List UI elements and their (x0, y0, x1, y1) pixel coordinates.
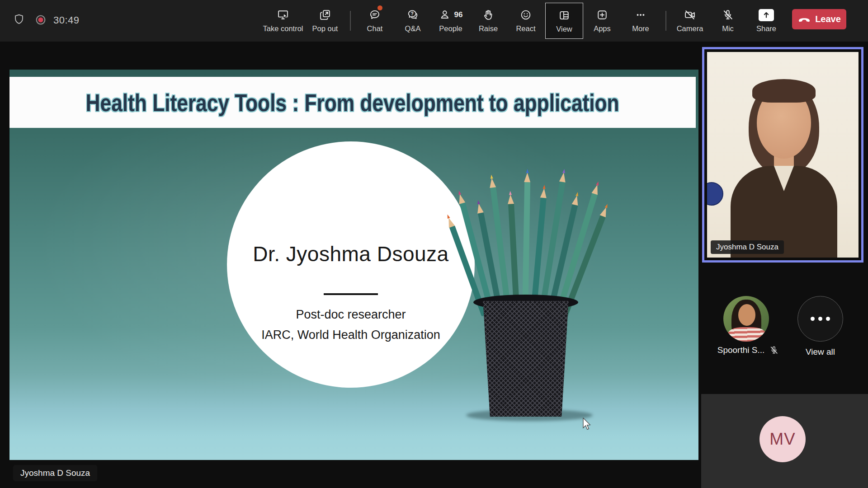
meeting-toolbar: 30:49 Take control Pop out (0, 0, 868, 42)
more-button[interactable]: More (619, 3, 662, 39)
speaker-affiliation: IARC, World Health Organization (227, 328, 475, 342)
video-feed: Jyoshma D Souza (707, 52, 859, 258)
security-shield-icon (13, 13, 25, 28)
apps-button[interactable]: Apps (580, 3, 624, 39)
mic-button[interactable]: Mic (706, 3, 750, 39)
speaker-name: Dr. Jyoshma Dsouza (227, 242, 475, 266)
people-icon (439, 9, 452, 21)
share-button[interactable]: Share (745, 3, 788, 39)
presentation-slide: Health Literacy Tools : From development… (9, 70, 698, 460)
hangup-phone-icon (797, 13, 811, 26)
view-all-button[interactable] (797, 296, 843, 342)
raise-hand-icon (482, 7, 495, 23)
background-decor-circle (707, 182, 723, 206)
take-control-icon (277, 7, 289, 23)
take-control-button[interactable]: Take control (256, 3, 310, 39)
initials-avatar: MV (760, 416, 806, 462)
pop-out-button[interactable]: Pop out (303, 3, 347, 39)
slide-title: Health Literacy Tools : From development… (86, 89, 619, 117)
slide-title-banner: Health Literacy Tools : From development… (9, 77, 696, 128)
speaker-role: Post-doc researcher (227, 308, 475, 322)
raise-hand-button[interactable]: Raise (467, 3, 510, 39)
chat-notification-badge (377, 5, 382, 10)
people-count: 96 (454, 10, 463, 19)
participant-label-row: Spoorthi S... (705, 345, 791, 355)
camera-button[interactable]: Camera (668, 3, 712, 39)
mic-muted-icon (722, 7, 734, 23)
people-button[interactable]: 96 People (429, 3, 472, 39)
meeting-timer: 30:49 (53, 14, 80, 26)
toolbar-divider (665, 11, 666, 31)
share-screen-icon (759, 7, 774, 23)
view-layout-icon (558, 8, 571, 23)
react-smiley-icon (519, 7, 532, 23)
leave-button[interactable]: Leave (792, 9, 846, 29)
participant-name: Spoorthi S... (717, 345, 765, 355)
view-all-label: View all (797, 347, 843, 357)
toolbar-divider (350, 11, 351, 31)
active-speaker-video-tile[interactable]: Jyoshma D Souza (702, 47, 863, 263)
person-graphic (752, 79, 816, 103)
pop-out-icon (319, 7, 331, 23)
more-ellipsis-icon (634, 7, 647, 23)
qa-icon: ? (406, 7, 419, 23)
participant-mic-muted-icon (769, 345, 779, 355)
apps-plus-icon (596, 7, 609, 23)
video-name-chip: Jyoshma D Souza (711, 240, 784, 254)
react-button[interactable]: React (504, 3, 547, 39)
chat-button[interactable]: Chat (353, 3, 396, 39)
shared-screen-stage: Health Literacy Tools : From development… (0, 42, 868, 488)
participant-avatar[interactable] (723, 296, 769, 342)
chat-icon (368, 7, 381, 23)
svg-text:?: ? (411, 11, 414, 16)
participant-tile-mv[interactable]: MV (701, 394, 868, 488)
mouse-cursor (582, 418, 592, 431)
qa-button[interactable]: ? Q&A (391, 3, 434, 39)
camera-off-icon (684, 7, 696, 23)
presenter-name-chip: Jyoshma D Souza (13, 465, 97, 481)
view-button[interactable]: View (545, 3, 583, 39)
divider-line (324, 293, 378, 295)
speaker-intro-circle: Dr. Jyoshma Dsouza Post-doc researcher I… (227, 141, 475, 388)
recording-indicator-icon (34, 14, 47, 28)
